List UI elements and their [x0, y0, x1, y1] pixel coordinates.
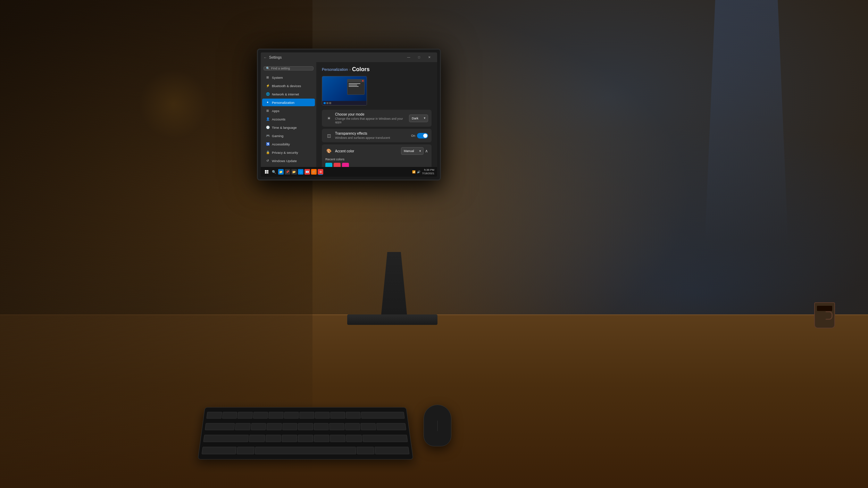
accent-expand-icon[interactable]: ∧ — [425, 149, 428, 153]
keyboard — [198, 407, 413, 460]
close-button[interactable]: ✕ — [425, 54, 434, 60]
mode-subtitle: Change the colors that appear in Windows… — [335, 117, 406, 124]
taskbar-date: 7/18/2021 — [422, 172, 434, 175]
sidebar-label-accessibility: Accessibility — [272, 142, 290, 146]
key-o — [330, 412, 345, 419]
gaming-icon: 🎮 — [266, 134, 270, 138]
swatch-recent-0[interactable] — [325, 163, 332, 167]
key-shift-l — [203, 435, 249, 442]
sidebar-label-network: Network & internet — [272, 92, 299, 96]
sidebar-label-bluetooth: Bluetooth & devices — [272, 84, 301, 88]
sidebar-label-accounts: Accounts — [272, 117, 285, 121]
sidebar-label-time: Time & language — [272, 126, 297, 129]
sidebar-item-time[interactable]: 🕐 Time & language — [262, 124, 315, 131]
swatch-recent-1[interactable] — [334, 163, 341, 167]
sidebar-label-apps: Apps — [272, 109, 279, 113]
taskbar-app-2[interactable]: 📂 — [291, 169, 297, 175]
mouse-divider — [437, 421, 438, 431]
key-y — [284, 412, 299, 419]
taskbar-wifi-icon: 📶 — [412, 170, 416, 174]
key-b — [314, 435, 329, 442]
sidebar-item-apps[interactable]: ⊞ Apps — [262, 107, 315, 115]
key-ctrl-l — [202, 447, 237, 455]
taskbar-clock[interactable]: 5:39 PM 7/18/2021 — [422, 168, 434, 176]
transparency-title: Transparency effects — [335, 132, 408, 135]
key-t — [268, 412, 283, 419]
system-icon: ⊞ — [266, 75, 270, 79]
settings-sidebar: 🔍 Find a setting ⊞ System ⚡ Bluetooth & … — [261, 62, 316, 167]
taskbar-search-button[interactable]: 🔍 — [271, 169, 277, 175]
key-backspace — [361, 412, 405, 419]
taskbar-app-1[interactable]: 📌 — [285, 169, 290, 175]
key-f — [282, 423, 298, 430]
breadcrumb-parent[interactable]: Personalization — [322, 67, 348, 71]
settings-window: ← Settings — □ ✕ 🔍 Find a setting — [261, 52, 437, 177]
sidebar-item-update[interactable]: ↺ Windows Update — [262, 157, 315, 165]
mode-text: Choose your mode Change the colors that … — [335, 112, 406, 124]
key-x — [265, 435, 281, 442]
key-e — [237, 412, 253, 419]
taskbar-app-mail[interactable]: 📧 — [304, 169, 310, 175]
taskbar-app-edge[interactable]: 🌐 — [298, 169, 303, 175]
key-alt-r — [357, 447, 375, 455]
preview-line-2 — [349, 85, 357, 85]
key-row-1 — [206, 410, 405, 420]
mode-dropdown[interactable]: Dark ▼ — [409, 115, 428, 122]
sidebar-label-privacy: Privacy & security — [272, 151, 298, 154]
search-box[interactable]: 🔍 Find a setting — [264, 66, 314, 70]
app-body: 🔍 Find a setting ⊞ System ⚡ Bluetooth & … — [261, 62, 437, 167]
start-sq-3 — [265, 172, 267, 174]
taskbar-app-settings[interactable]: ⚙ — [318, 169, 323, 175]
key-ctrl-r — [375, 447, 410, 455]
network-icon: 🌐 — [266, 92, 270, 96]
accent-dropdown[interactable]: Manual ▼ — [401, 147, 424, 155]
minimize-button[interactable]: — — [404, 54, 414, 60]
sidebar-item-privacy[interactable]: 🔒 Privacy & security — [262, 149, 315, 156]
taskbar-system-tray: 📶 🔊 5:39 PM 7/18/2021 — [412, 168, 434, 176]
swatch-recent-2[interactable] — [342, 163, 349, 167]
bluetooth-icon: ⚡ — [266, 84, 270, 88]
main-content: Personalization › Colors — [316, 62, 437, 167]
key-enter — [376, 423, 406, 430]
start-button[interactable] — [264, 169, 270, 175]
key-w — [222, 412, 237, 419]
taskbar: 🔍 📁 📌 📂 🌐 📧 🛒 ⚙ 📶 — [261, 167, 437, 177]
monitor-frame: ← Settings — □ ✕ 🔍 Find a setting — [257, 49, 441, 180]
key-a — [235, 423, 251, 430]
sidebar-item-bluetooth[interactable]: ⚡ Bluetooth & devices — [262, 82, 315, 90]
recent-colors-label: Recent colors — [325, 158, 428, 161]
back-button[interactable]: ← — [264, 56, 267, 59]
key-r — [253, 412, 268, 419]
key-space — [255, 447, 356, 455]
preview-taskbar — [322, 101, 367, 105]
key-l — [360, 423, 376, 430]
key-tab — [205, 423, 235, 430]
taskbar-app-files[interactable]: 📁 — [278, 169, 284, 175]
sidebar-item-personalization[interactable]: ✦ Personalization — [262, 99, 315, 106]
sidebar-item-accounts[interactable]: 👤 Accounts — [262, 115, 315, 123]
accent-text: Accent color — [335, 149, 398, 153]
start-grid-icon — [265, 170, 268, 174]
title-bar: ← Settings — □ ✕ — [261, 52, 437, 62]
sidebar-item-network[interactable]: 🌐 Network & internet — [262, 90, 315, 98]
sidebar-item-accessibility[interactable]: ♿ Accessibility — [262, 140, 315, 148]
sidebar-label-system: System — [272, 76, 283, 79]
preview-window — [347, 79, 365, 95]
taskbar-app-store[interactable]: 🛒 — [311, 169, 317, 175]
maximize-button[interactable]: □ — [414, 54, 424, 60]
preview-window-titlebar — [348, 79, 364, 82]
mouse — [424, 405, 451, 446]
accent-value: Manual — [404, 149, 414, 153]
sidebar-item-gaming[interactable]: 🎮 Gaming — [262, 132, 315, 140]
sidebar-item-system[interactable]: ⊞ System — [262, 74, 315, 81]
transparency-toggle[interactable] — [417, 133, 428, 138]
mode-control: Dark ▼ — [409, 115, 428, 122]
active-indicator — [318, 174, 323, 175]
cup-body — [814, 302, 835, 328]
key-v — [298, 435, 314, 442]
window-title: Settings — [269, 56, 404, 59]
breadcrumb-separator: › — [349, 67, 351, 71]
accessibility-icon: ♿ — [266, 142, 270, 146]
preview-icon-1 — [324, 102, 326, 104]
coffee-cup — [809, 297, 840, 335]
